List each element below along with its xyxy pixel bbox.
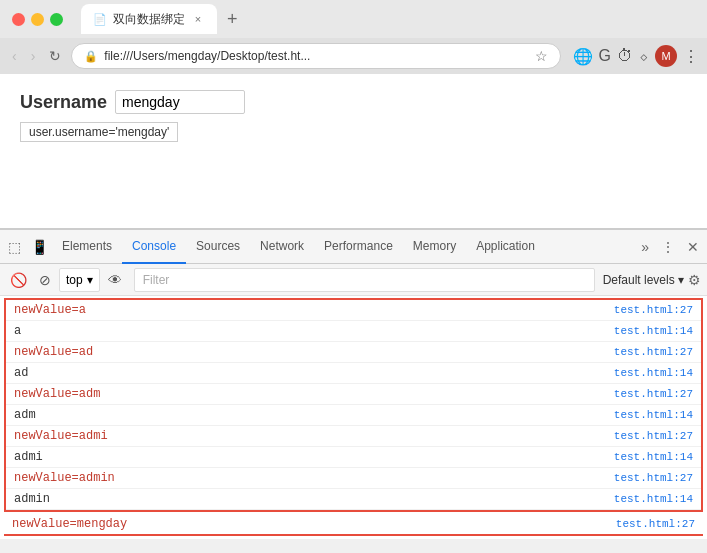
filter-placeholder: Filter [143,273,170,287]
address-input[interactable]: 🔒 file:///Users/mengday/Desktop/test.ht.… [71,43,560,69]
console-file-link[interactable]: test.html:27 [614,385,693,403]
tab-sources[interactable]: Sources [186,230,250,264]
table-row: ad test.html:14 [6,363,701,384]
table-row: admin test.html:14 [6,489,701,510]
tab-application[interactable]: Application [466,230,545,264]
tab-favicon: 📄 [93,13,107,26]
tab-console[interactable]: Console [122,230,186,264]
close-button[interactable] [12,13,25,26]
tab-elements[interactable]: Elements [52,230,122,264]
tab-close-button[interactable]: × [191,12,205,26]
maximize-button[interactable] [50,13,63,26]
console-text: ad [14,364,28,382]
console-file-link[interactable]: test.html:14 [614,364,693,382]
console-text: newValue=adm [14,385,100,403]
console-file-link[interactable]: test.html:27 [614,301,693,319]
table-row: a test.html:14 [6,321,701,342]
console-file-link[interactable]: test.html:27 [616,515,695,533]
console-file-link[interactable]: test.html:27 [614,469,693,487]
settings-icon[interactable]: ⚙ [688,272,701,288]
table-row: newValue=admin test.html:27 [6,468,701,489]
console-file-link[interactable]: test.html:14 [614,448,693,466]
console-settings-button[interactable]: ⊘ [35,270,55,290]
browser-toolbar-icons: 🌐 G ⏱ ⬦ M ⋮ [573,45,699,67]
console-text: admi [14,448,43,466]
tab-performance[interactable]: Performance [314,230,403,264]
address-bar: ‹ › ↻ 🔒 file:///Users/mengday/Desktop/te… [0,38,707,74]
devtools-close-icon[interactable]: ✕ [683,235,703,259]
console-text: newValue=ad [14,343,93,361]
new-tab-button[interactable]: + [223,9,242,30]
tab-network[interactable]: Network [250,230,314,264]
table-row: admi test.html:14 [6,447,701,468]
back-button[interactable]: ‹ [8,46,21,66]
traffic-lights [12,13,63,26]
table-row: newValue=adm test.html:27 [6,384,701,405]
devtools-left-icons: ⬚ 📱 [4,235,52,259]
forward-button[interactable]: › [27,46,40,66]
tab-title: 双向数据绑定 [113,11,185,28]
console-text: adm [14,406,36,424]
avatar[interactable]: M [655,45,677,67]
console-text: newValue=mengday [12,515,127,533]
devtools-tab-bar: ⬚ 📱 Elements Console Sources Network Per… [0,230,707,264]
console-toolbar: 🚫 ⊘ top ▾ 👁 Filter Default levels ▾ ⚙ [0,264,707,296]
page-content: Username user.username='mengday' [0,74,707,229]
translate-icon[interactable]: 🌐 [573,47,593,66]
table-row: newValue=mengday test.html:27 [4,514,703,536]
device-toolbar-icon[interactable]: 📱 [27,235,52,259]
extension-icon[interactable]: ⬦ [639,47,649,65]
minimize-button[interactable] [31,13,44,26]
console-file-link[interactable]: test.html:14 [614,406,693,424]
levels-label: Default levels ▾ [603,273,684,287]
star-icon[interactable]: ☆ [535,48,548,64]
devtools-panel: ⬚ 📱 Elements Console Sources Network Per… [0,229,707,539]
console-file-link[interactable]: test.html:14 [614,490,693,508]
inspect-element-icon[interactable]: ⬚ [4,235,25,259]
red-border-group: newValue=a test.html:27 a test.html:14 n… [4,298,703,512]
tab-bar: 📄 双向数据绑定 × + [81,4,695,34]
chevron-down-icon: ▾ [87,273,93,287]
console-prompt[interactable]: > [0,538,707,539]
context-selector[interactable]: top ▾ [59,268,100,292]
console-text: a [14,322,21,340]
clear-console-button[interactable]: 🚫 [6,270,31,290]
clock-icon[interactable]: ⏱ [617,47,633,65]
address-icons: ☆ [535,48,548,64]
devtools-more-icon[interactable]: ⋮ [657,235,679,259]
context-label: top [66,273,83,287]
more-tabs-icon[interactable]: » [637,235,653,259]
console-file-link[interactable]: test.html:27 [614,343,693,361]
devtools-tab-actions: » ⋮ ✕ [637,235,703,259]
username-label: Username [20,92,107,113]
console-file-link[interactable]: test.html:14 [614,322,693,340]
address-text: file:///Users/mengday/Desktop/test.ht... [104,49,528,63]
table-row: newValue=ad test.html:27 [6,342,701,363]
secure-icon: 🔒 [84,50,98,63]
console-text: newValue=admi [14,427,108,445]
filter-input[interactable]: Filter [134,268,595,292]
table-row: newValue=admi test.html:27 [6,426,701,447]
console-text: newValue=admin [14,469,115,487]
console-file-link[interactable]: test.html:27 [614,427,693,445]
google-translate-icon[interactable]: G [599,47,611,65]
menu-button[interactable]: ⋮ [683,47,699,66]
browser-tab[interactable]: 📄 双向数据绑定 × [81,4,217,34]
tab-memory[interactable]: Memory [403,230,466,264]
console-text: newValue=a [14,301,86,319]
username-input[interactable] [115,90,245,114]
eye-icon[interactable]: 👁 [104,270,126,290]
table-row: adm test.html:14 [6,405,701,426]
console-text: admin [14,490,50,508]
refresh-button[interactable]: ↻ [45,46,65,66]
console-output: newValue=a test.html:27 a test.html:14 n… [0,296,707,539]
levels-selector[interactable]: Default levels ▾ [603,273,684,287]
table-row: newValue=a test.html:27 [6,300,701,321]
binding-display: user.username='mengday' [20,122,178,142]
title-bar: 📄 双向数据绑定 × + [0,0,707,38]
username-row: Username [20,90,687,114]
